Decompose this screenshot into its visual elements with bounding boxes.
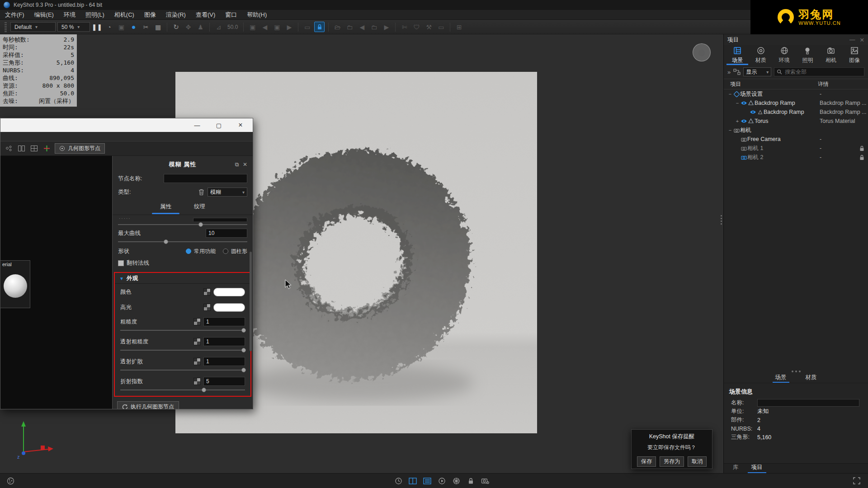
walkthrough-icon[interactable]: ♟ bbox=[195, 22, 206, 32]
ior-slider[interactable] bbox=[120, 387, 245, 392]
keyframe-next-icon[interactable]: ▶ bbox=[381, 22, 392, 32]
color-swatch[interactable] bbox=[213, 288, 245, 296]
menu-environment[interactable]: 环境 bbox=[59, 9, 80, 20]
menu-view[interactable]: 查看(V) bbox=[191, 9, 220, 20]
keyframe-prev-icon[interactable]: ◀ bbox=[357, 22, 367, 32]
execute-geometry-node-button[interactable]: 执行几何图形节点 bbox=[117, 401, 179, 409]
footer-tab-project[interactable]: 项目 bbox=[746, 463, 768, 473]
ior-input[interactable] bbox=[203, 377, 245, 386]
transmission-roughness-input[interactable] bbox=[203, 337, 245, 346]
keyframe-add-icon[interactable]: 🗁 bbox=[332, 22, 343, 32]
camera-icon[interactable]: ▣ bbox=[272, 22, 282, 32]
link-nodes-icon[interactable] bbox=[733, 69, 741, 75]
visible-eye-icon[interactable] bbox=[740, 119, 747, 123]
tab-lighting[interactable]: 照明 bbox=[796, 45, 819, 65]
save-button[interactable]: 保存 bbox=[637, 456, 656, 467]
tree-row-scene-settings[interactable]: − 场景设置 - bbox=[724, 89, 868, 99]
perspective-icon[interactable]: ⊿ bbox=[213, 22, 224, 32]
minimize-icon[interactable]: — bbox=[190, 121, 204, 130]
lock-view-icon[interactable] bbox=[466, 476, 476, 486]
layout-columns-icon[interactable] bbox=[17, 144, 26, 153]
node-list-icon[interactable] bbox=[4, 144, 13, 153]
visible-eye-icon[interactable] bbox=[740, 101, 747, 105]
layout-grid-icon[interactable] bbox=[29, 144, 38, 153]
undock-panel-icon[interactable]: ⧉ bbox=[233, 161, 241, 168]
transmission-spread-input[interactable] bbox=[203, 357, 245, 366]
specular-texture-icon[interactable] bbox=[203, 304, 211, 311]
show-filter-select[interactable]: 显示 ▾ bbox=[743, 67, 771, 76]
tree-row-backdrop-ramp-child[interactable]: Backdrop Ramp Backdrop Ramp ... bbox=[724, 108, 868, 117]
tab-scene-info-material[interactable]: 材质 bbox=[803, 374, 820, 383]
keyframe-list-icon[interactable]: 🗀 bbox=[344, 22, 355, 32]
camera-lock-icon[interactable] bbox=[314, 22, 325, 32]
panel-minimize-icon[interactable]: — bbox=[849, 37, 855, 43]
max-curve-slider[interactable] bbox=[118, 239, 247, 244]
tree-row-camera-1[interactable]: 相机 1 - bbox=[724, 144, 868, 153]
tab-environment[interactable]: 环境 bbox=[773, 45, 796, 65]
color-texture-icon[interactable] bbox=[203, 288, 211, 296]
collapse-icon[interactable]: − bbox=[727, 91, 733, 97]
tab-image[interactable]: 图像 bbox=[843, 45, 866, 65]
tree-row-torus[interactable]: + Torus Torus Material bbox=[724, 117, 868, 126]
settings-icon[interactable]: ⚒ bbox=[424, 22, 434, 32]
tab-properties[interactable]: 属性 bbox=[156, 203, 175, 213]
render-time-icon[interactable] bbox=[393, 476, 403, 486]
roughness-slider[interactable] bbox=[120, 328, 245, 333]
properties-scrollbar[interactable] bbox=[250, 252, 252, 351]
tree-row-backdrop-ramp[interactable]: − Backdrop Ramp Backdrop Ramp ... bbox=[724, 99, 868, 108]
shape-radio-common[interactable] bbox=[186, 249, 191, 254]
menu-file[interactable]: 文件(F) bbox=[0, 9, 29, 20]
region-render-icon[interactable]: ✂ bbox=[141, 22, 151, 32]
menu-window[interactable]: 窗口 bbox=[220, 9, 242, 20]
tab-material[interactable]: 材质 bbox=[749, 45, 773, 65]
panel-drag-handle[interactable] bbox=[721, 215, 722, 225]
column-item[interactable]: 项目 bbox=[724, 80, 741, 88]
node-type-select[interactable]: 模糊 ▾ bbox=[208, 188, 247, 197]
specular-swatch[interactable] bbox=[213, 303, 245, 312]
grid-toggle-icon[interactable]: ⊞ bbox=[454, 22, 464, 32]
search-input[interactable] bbox=[784, 68, 862, 75]
transmission-roughness-texture-icon[interactable] bbox=[193, 338, 201, 345]
roughness-texture-icon[interactable] bbox=[193, 318, 201, 325]
expand-all-icon[interactable]: » bbox=[727, 69, 731, 75]
panel-close-icon[interactable]: ✕ bbox=[860, 37, 864, 43]
configurator-icon[interactable] bbox=[480, 476, 490, 486]
reset-camera-icon[interactable]: ↻ bbox=[171, 22, 181, 32]
collapse-icon[interactable]: − bbox=[727, 127, 733, 133]
compass-widget[interactable]: ◍ bbox=[693, 43, 711, 61]
cancel-button[interactable]: 取消 bbox=[688, 456, 707, 467]
move-tool-icon[interactable]: ✥ bbox=[183, 22, 193, 32]
menu-camera[interactable]: 相机(C) bbox=[109, 9, 139, 20]
gizmo-cross-icon[interactable] bbox=[42, 144, 51, 153]
expand-icon[interactable]: + bbox=[735, 118, 740, 124]
tab-camera[interactable]: 相机 bbox=[819, 45, 843, 65]
display-mode-icon[interactable]: ▭ bbox=[436, 22, 446, 32]
shape-radio-cylinder[interactable] bbox=[223, 249, 228, 254]
panel-splitter[interactable] bbox=[724, 370, 868, 373]
geometry-node-tool-button[interactable]: 几何图形节点 bbox=[55, 143, 105, 154]
pause-render-icon[interactable]: ❚❚ bbox=[92, 22, 102, 32]
scene-name-input[interactable] bbox=[757, 399, 859, 407]
maximize-icon[interactable]: ▢ bbox=[212, 121, 226, 130]
camera-frame-icon[interactable]: ▭ bbox=[302, 22, 312, 32]
animation-play-icon[interactable] bbox=[437, 476, 447, 486]
camera-next-icon[interactable]: ▶ bbox=[284, 22, 294, 32]
cut-tool-icon[interactable]: ✄ bbox=[399, 22, 410, 32]
menu-image[interactable]: 图像 bbox=[139, 9, 161, 20]
menu-help[interactable]: 帮助(H) bbox=[242, 9, 272, 20]
tree-row-cameras-group[interactable]: − 相机 bbox=[724, 126, 868, 135]
visible-eye-icon[interactable] bbox=[749, 110, 756, 114]
screenshot-icon[interactable]: ▦ bbox=[153, 22, 163, 32]
material-library-icon[interactable] bbox=[5, 476, 15, 486]
material-preview-sphere[interactable] bbox=[4, 274, 27, 298]
toolbar-grip[interactable] bbox=[5, 22, 7, 32]
collapse-icon[interactable]: − bbox=[735, 100, 740, 106]
transmission-spread-slider[interactable] bbox=[120, 367, 245, 372]
close-panel-icon[interactable]: ✕ bbox=[241, 161, 249, 168]
performance-mode-icon[interactable]: ◔ bbox=[104, 22, 114, 32]
tab-scene[interactable]: 场景 bbox=[726, 45, 749, 65]
show-library-icon[interactable] bbox=[422, 476, 432, 486]
cpu-usage-icon[interactable]: ▣ bbox=[116, 22, 127, 32]
clipped-slider[interactable] bbox=[118, 222, 247, 227]
menu-lighting[interactable]: 照明(L) bbox=[80, 9, 109, 20]
